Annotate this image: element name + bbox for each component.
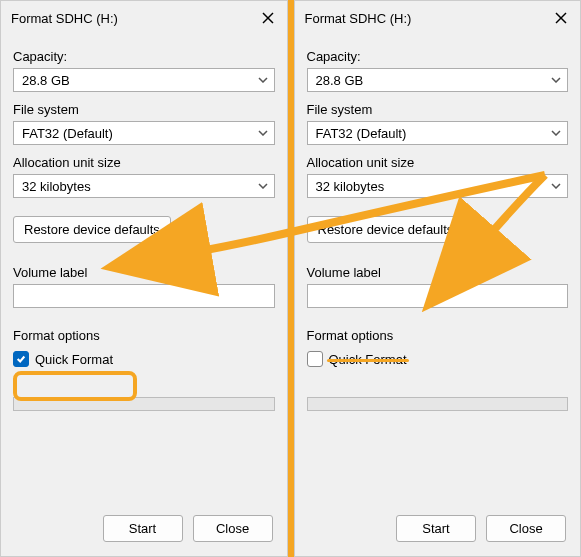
capacity-select[interactable]: 28.8 GB [307, 68, 569, 92]
chevron-down-icon [551, 128, 561, 138]
capacity-label: Capacity: [13, 49, 275, 64]
volume-label-input[interactable] [307, 284, 569, 308]
start-button[interactable]: Start [396, 515, 476, 542]
chevron-down-icon [258, 181, 268, 191]
window-title: Format SDHC (H:) [11, 11, 118, 26]
close-icon[interactable] [552, 9, 570, 27]
filesystem-value: FAT32 (Default) [316, 126, 407, 141]
chevron-down-icon [551, 75, 561, 85]
quick-format-row[interactable]: Quick Format [307, 351, 569, 367]
quick-format-checkbox[interactable] [307, 351, 323, 367]
quick-format-checkbox[interactable] [13, 351, 29, 367]
quick-format-row[interactable]: Quick Format [13, 351, 275, 367]
capacity-value: 28.8 GB [316, 73, 364, 88]
alloc-value: 32 kilobytes [22, 179, 91, 194]
titlebar: Format SDHC (H:) [1, 1, 287, 35]
progress-bar [307, 397, 569, 411]
format-options-label: Format options [307, 328, 569, 343]
titlebar: Format SDHC (H:) [295, 1, 581, 35]
close-icon[interactable] [259, 9, 277, 27]
chevron-down-icon [258, 128, 268, 138]
volume-label-label: Volume label [13, 265, 275, 280]
filesystem-label: File system [307, 102, 569, 117]
quick-format-label: Quick Format [329, 352, 407, 367]
filesystem-label: File system [13, 102, 275, 117]
alloc-value: 32 kilobytes [316, 179, 385, 194]
capacity-value: 28.8 GB [22, 73, 70, 88]
alloc-select[interactable]: 32 kilobytes [13, 174, 275, 198]
chevron-down-icon [551, 181, 561, 191]
format-dialog-left: Format SDHC (H:) Capacity: 28.8 GB File … [0, 0, 288, 557]
alloc-select[interactable]: 32 kilobytes [307, 174, 569, 198]
filesystem-select[interactable]: FAT32 (Default) [307, 121, 569, 145]
restore-defaults-button[interactable]: Restore device defaults [307, 216, 465, 243]
format-dialog-right: Format SDHC (H:) Capacity: 28.8 GB File … [294, 0, 582, 557]
volume-label-input[interactable] [13, 284, 275, 308]
close-button[interactable]: Close [486, 515, 566, 542]
close-button[interactable]: Close [193, 515, 273, 542]
volume-label-label: Volume label [307, 265, 569, 280]
progress-bar [13, 397, 275, 411]
format-options-label: Format options [13, 328, 275, 343]
alloc-label: Allocation unit size [307, 155, 569, 170]
chevron-down-icon [258, 75, 268, 85]
alloc-label: Allocation unit size [13, 155, 275, 170]
start-button[interactable]: Start [103, 515, 183, 542]
restore-defaults-button[interactable]: Restore device defaults [13, 216, 171, 243]
filesystem-value: FAT32 (Default) [22, 126, 113, 141]
capacity-select[interactable]: 28.8 GB [13, 68, 275, 92]
filesystem-select[interactable]: FAT32 (Default) [13, 121, 275, 145]
quick-format-label: Quick Format [35, 352, 113, 367]
capacity-label: Capacity: [307, 49, 569, 64]
window-title: Format SDHC (H:) [305, 11, 412, 26]
